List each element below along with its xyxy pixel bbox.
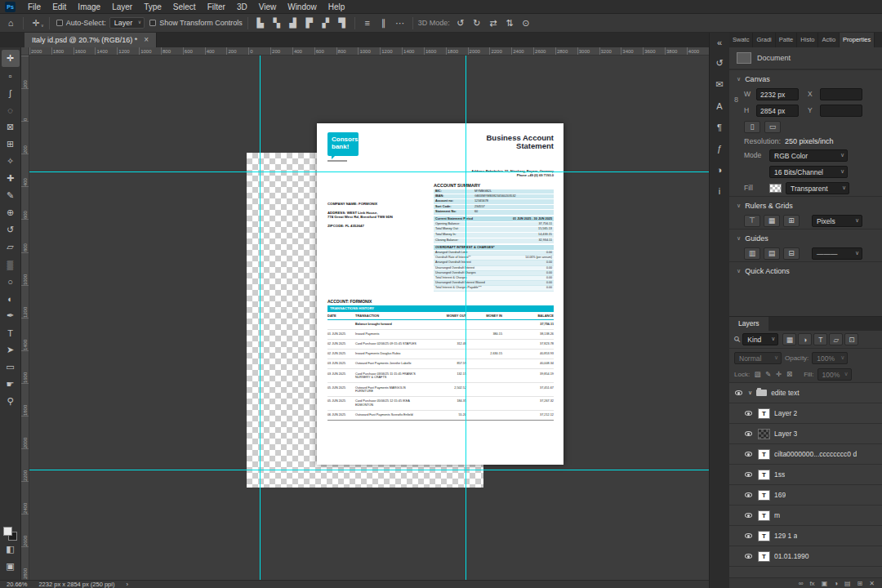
hand-tool[interactable]: ☛ (2, 376, 20, 393)
layer-thumbnail[interactable]: T (758, 551, 770, 562)
layer-thumbnail[interactable]: T (758, 470, 770, 480)
expand-panels-icon[interactable]: « (711, 35, 728, 49)
dodge-tool[interactable]: ◐ (2, 290, 20, 307)
status-chevron-icon[interactable]: › (126, 581, 128, 588)
align-left-edges-icon[interactable]: ▙ (253, 16, 268, 30)
home-icon[interactable]: ⌂ (3, 16, 18, 30)
comments-panel-icon[interactable]: ✉ (711, 78, 728, 91)
guide-style-dropdown[interactable]: ——— (812, 247, 862, 260)
vertical-guide[interactable] (260, 56, 261, 580)
menu-item-select[interactable]: Select (167, 0, 202, 14)
distribute-vertical-icon[interactable]: ≡ (360, 16, 375, 30)
pen-tool[interactable]: ✒ (2, 307, 20, 324)
layer-row[interactable]: Layer 3 (729, 424, 882, 444)
lock-pixels-icon[interactable]: ✎ (764, 370, 773, 378)
align-right-edges-icon[interactable]: ▟ (286, 16, 301, 30)
visibility-toggle[interactable] (742, 533, 754, 538)
3d-rotate-icon[interactable]: ↺ (453, 16, 468, 30)
y-field[interactable] (820, 105, 862, 117)
visibility-toggle[interactable] (742, 492, 754, 497)
horizontal-guide[interactable] (29, 470, 709, 470)
3d-roll-icon[interactable]: ↻ (470, 16, 484, 30)
menu-item-type[interactable]: Type (138, 0, 167, 14)
layer-mask-icon[interactable]: ▣ (822, 580, 828, 587)
foreground-color-swatch[interactable] (3, 527, 12, 536)
menu-item-3d[interactable]: 3D (231, 0, 253, 14)
layer-thumbnail[interactable]: T (758, 510, 770, 521)
blend-mode-dropdown[interactable]: Normal (734, 352, 782, 364)
layer-fill-dropdown[interactable]: 100% (817, 368, 852, 381)
layer-row[interactable]: ∨edite text (729, 383, 882, 403)
align-bottom-edges-icon[interactable]: ▜ (335, 16, 350, 30)
panel-tab-patte[interactable]: Patte (776, 33, 798, 47)
adjustments-panel-icon[interactable]: ◑ (711, 163, 728, 176)
healing-brush-tool[interactable]: ✚ (2, 170, 20, 187)
zoom-level[interactable]: 20.66% (7, 581, 27, 588)
panel-tab-histo[interactable]: Histo (797, 33, 818, 47)
adjustment-layer-icon[interactable]: ◑ (834, 580, 838, 587)
new-group-icon[interactable]: ▤ (844, 580, 851, 587)
menu-item-image[interactable]: Image (72, 0, 106, 14)
glyphs-panel-icon[interactable]: ƒ (711, 141, 728, 155)
3d-drag-icon[interactable]: ⇄ (486, 16, 501, 30)
lasso-tool[interactable]: ʃ (2, 84, 20, 101)
panel-tab-properties[interactable]: Properties (840, 33, 875, 47)
layer-thumbnail[interactable]: T (758, 531, 770, 541)
guides-section-header[interactable]: ∨ Guides (729, 229, 882, 245)
close-icon[interactable]: × (144, 36, 149, 44)
menu-item-window[interactable]: Window (282, 0, 323, 14)
marquee-tool[interactable]: ▫ (2, 67, 20, 84)
fill-swatch[interactable] (769, 184, 782, 193)
clear-guides-icon[interactable]: ⊟ (783, 247, 800, 260)
distribute-horizontal-icon[interactable]: ∥ (376, 16, 391, 30)
visibility-toggle[interactable] (742, 554, 754, 559)
filter-smart-objects-icon[interactable]: ⊡ (844, 333, 858, 345)
auto-select-dropdown[interactable]: Layer (109, 17, 145, 29)
move-tool[interactable]: ✛ (2, 50, 20, 67)
color-mode-dropdown[interactable]: RGB Color (769, 149, 848, 162)
shape-tool[interactable]: ▭ (2, 359, 20, 376)
layer-row[interactable]: TLayer 2 (729, 403, 882, 424)
canvas-section-header[interactable]: ∨ Canvas (729, 69, 882, 86)
canvas-area[interactable]: Consors bank! Business Account Statement… (29, 56, 709, 580)
layer-thumbnail[interactable]: T (758, 408, 770, 419)
info-panel-icon[interactable]: i (711, 184, 728, 198)
blur-tool[interactable]: ○ (2, 273, 20, 290)
align-vertical-centers-icon[interactable]: ▞ (318, 16, 333, 30)
filter-pixel-layers-icon[interactable]: ▦ (782, 333, 796, 345)
frame-tool[interactable]: ⊞ (2, 136, 20, 153)
zoom-tool[interactable]: ⚲ (2, 393, 20, 410)
new-layer-icon[interactable]: ⊞ (858, 580, 863, 587)
filter-type-layers-icon[interactable]: T (813, 333, 827, 345)
menu-item-layer[interactable]: Layer (106, 0, 138, 14)
filter-adjustment-layers-icon[interactable]: ◑ (798, 333, 812, 345)
layer-thumbnail[interactable]: T (758, 449, 770, 460)
visibility-toggle[interactable] (733, 390, 744, 395)
panel-tab-gradi[interactable]: Gradi (753, 33, 775, 47)
show-transform-checkbox[interactable] (149, 20, 156, 26)
units-dropdown[interactable]: Pixels (812, 215, 862, 227)
toggle-rulers-icon[interactable]: ⊤ (744, 215, 760, 227)
add-guide-icon[interactable]: ▥ (744, 247, 760, 260)
character-panel-icon[interactable]: A (711, 99, 728, 113)
quick-actions-section-header[interactable]: ∨ Quick Actions (729, 261, 882, 278)
gradient-tool[interactable]: ▒ (2, 256, 20, 273)
visibility-toggle[interactable] (742, 452, 754, 457)
crop-tool[interactable]: ⊠ (2, 118, 20, 136)
quick-selection-tool[interactable]: ◌ (2, 101, 20, 118)
guide-layout-icon[interactable]: ▤ (764, 247, 780, 260)
3d-slide-icon[interactable]: ⇅ (502, 16, 517, 30)
rulers-grids-section-header[interactable]: ∨ Rulers & Grids (729, 196, 882, 212)
layer-thumbnail[interactable] (758, 429, 770, 439)
layer-row[interactable]: T129 1 a (729, 526, 882, 546)
visibility-toggle[interactable] (742, 472, 754, 477)
type-tool[interactable]: T (2, 324, 20, 341)
layer-row[interactable]: Tcilta0000000...cccccccc0 d (729, 444, 882, 465)
statement-document[interactable]: Consors bank! Business Account Statement… (317, 123, 564, 465)
paragraph-panel-icon[interactable]: ¶ (711, 120, 728, 134)
menu-item-filter[interactable]: Filter (202, 0, 231, 14)
lock-transparency-icon[interactable]: ▨ (753, 370, 762, 378)
layer-row[interactable]: T01.01.1990 (729, 546, 882, 567)
delete-layer-icon[interactable]: ✕ (869, 580, 875, 587)
link-layers-icon[interactable]: ∞ (799, 580, 804, 587)
